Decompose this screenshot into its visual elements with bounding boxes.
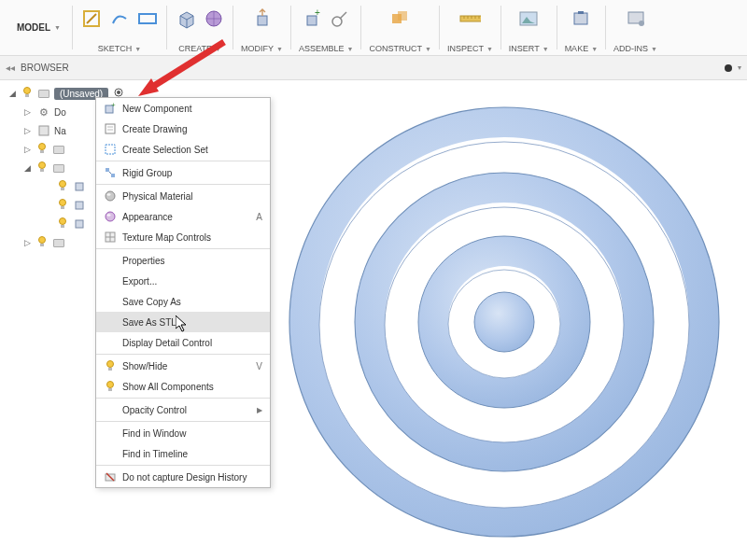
toolbar-group-make: MAKE ▼ — [559, 0, 603, 55]
bulb-icon[interactable] — [58, 180, 69, 193]
svg-rect-54 — [108, 368, 112, 371]
context-menu: +New ComponentCreate DrawingCreate Selec… — [95, 97, 271, 488]
svg-point-29 — [60, 200, 66, 206]
physical-material-icon — [104, 190, 117, 202]
toolbar-group-label[interactable]: ASSEMBLE ▼ — [299, 44, 353, 53]
svg-point-20 — [117, 91, 120, 94]
model-viewport[interactable] — [261, 65, 747, 551]
menu-item-label: Create Drawing — [122, 124, 262, 134]
expand-icon[interactable]: ▷ — [24, 145, 34, 154]
svg-point-35 — [39, 237, 46, 244]
create-sketch-icon[interactable] — [80, 7, 103, 30]
body-icon — [73, 218, 86, 230]
svg-point-16 — [639, 21, 644, 26]
svg-line-60 — [149, 42, 224, 89]
spline-icon[interactable] — [108, 7, 131, 30]
expand-icon[interactable]: ▷ — [24, 126, 34, 135]
menu-item[interactable]: Show/HideV — [96, 356, 270, 376]
svg-rect-30 — [61, 206, 64, 209]
svg-rect-25 — [40, 169, 44, 172]
joint-icon[interactable] — [329, 7, 351, 30]
views-icon — [37, 125, 50, 136]
svg-rect-33 — [61, 225, 64, 228]
bulb-icon[interactable] — [22, 87, 34, 100]
component-icon — [37, 90, 50, 98]
svg-text:+: + — [315, 8, 320, 18]
menu-item-label: Opacity Control — [122, 405, 251, 415]
menu-separator — [96, 184, 270, 185]
expand-icon[interactable]: ▷ — [24, 238, 34, 247]
toolbar-group-label[interactable]: INSPECT ▼ — [447, 44, 493, 53]
menu-item[interactable]: Show All Components — [96, 376, 270, 397]
menu-item[interactable]: Create Selection Set — [96, 139, 270, 160]
insert-decal-icon[interactable] — [517, 7, 540, 30]
expand-icon[interactable]: ▷ — [24, 107, 34, 117]
main-toolbar: MODEL ▼ SKETCH ▼ — [0, 0, 747, 56]
menu-item-label: Find in Window — [122, 428, 262, 439]
svg-line-45 — [109, 172, 111, 174]
measure-icon[interactable] — [458, 7, 481, 30]
toolbar-group-inspect: INSPECT ▼ — [442, 0, 499, 55]
toolbar-group-label[interactable]: ADD-INS ▼ — [613, 44, 657, 53]
toolbar-group-label[interactable]: INSERT ▼ — [509, 44, 549, 53]
menu-item[interactable]: Save Copy As — [96, 291, 270, 312]
menu-item[interactable]: Texture Map Controls — [96, 227, 270, 247]
toolbar-separator — [557, 6, 557, 49]
menu-item[interactable]: Export... — [96, 271, 270, 291]
menu-item[interactable]: Find in Timeline — [96, 443, 270, 464]
svg-point-48 — [106, 212, 115, 221]
bulb-icon[interactable] — [37, 143, 49, 156]
cursor-icon — [176, 315, 189, 334]
svg-point-46 — [106, 191, 115, 201]
menu-item[interactable]: Do not capture Design History — [96, 467, 270, 487]
print-3d-icon[interactable] — [570, 7, 592, 30]
menu-item[interactable]: Display Detail Control — [96, 332, 270, 353]
body-icon — [73, 200, 86, 211]
form-icon[interactable] — [203, 7, 225, 30]
box-icon[interactable] — [175, 7, 197, 30]
expand-icon[interactable]: ◢ — [9, 89, 19, 98]
svg-marker-59 — [176, 315, 186, 331]
svg-point-71 — [474, 292, 534, 352]
menu-item[interactable]: Create Drawing — [96, 119, 270, 139]
svg-point-49 — [107, 214, 111, 217]
menu-item[interactable]: Physical Material — [96, 186, 270, 206]
expand-icon[interactable]: ◢ — [24, 163, 34, 173]
svg-rect-23 — [40, 150, 44, 153]
menu-item[interactable]: AppearanceA — [96, 206, 270, 227]
menu-item[interactable]: Properties — [96, 250, 270, 271]
toolbar-group-construct: CONSTRUCT ▼ — [363, 0, 436, 55]
chevron-down-icon: ▼ — [54, 24, 61, 31]
press-pull-icon[interactable] — [251, 7, 274, 30]
svg-point-55 — [107, 382, 114, 388]
toolbar-group-label[interactable]: MAKE ▼ — [565, 44, 598, 53]
offset-plane-icon[interactable] — [389, 7, 412, 30]
bulb-icon[interactable] — [58, 199, 69, 212]
svg-rect-10 — [460, 16, 481, 21]
bulb-icon[interactable] — [37, 236, 49, 249]
menu-item-label: Rigid Group — [122, 168, 262, 178]
new-component-tb-icon[interactable]: + — [301, 7, 323, 30]
menu-item[interactable]: Find in Window — [96, 423, 270, 443]
menu-item-label: Do not capture Design History — [122, 472, 262, 483]
menu-item[interactable]: Opacity Control▶ — [96, 399, 270, 420]
menu-item[interactable]: +New Component — [96, 98, 270, 119]
toolbar-group-assemble: + ASSEMBLE ▼ — [293, 0, 359, 55]
workspace-switcher[interactable]: MODEL ▼ — [7, 0, 70, 55]
menu-shortcut: V — [251, 361, 262, 371]
bulb-icon[interactable] — [37, 161, 49, 175]
menu-separator — [96, 248, 270, 249]
folder-icon — [52, 164, 65, 173]
svg-rect-31 — [76, 202, 83, 209]
chevron-down-icon: ▼ — [543, 46, 549, 52]
addins-icon[interactable] — [625, 7, 647, 30]
svg-rect-14 — [578, 11, 584, 14]
toolbar-group-label[interactable]: CONSTRUCT ▼ — [369, 44, 430, 53]
toolbar-group-label[interactable]: MODIFY ▼ — [241, 44, 283, 53]
bulb-icon[interactable] — [58, 217, 69, 231]
menu-item[interactable]: Rigid Group — [96, 162, 270, 183]
menu-item-label: Display Detail Control — [122, 338, 262, 348]
browser-title: BROWSER — [21, 63, 69, 73]
collapse-panel-icon[interactable]: ◂◂ — [6, 63, 15, 73]
rectangle-icon[interactable] — [136, 7, 159, 30]
